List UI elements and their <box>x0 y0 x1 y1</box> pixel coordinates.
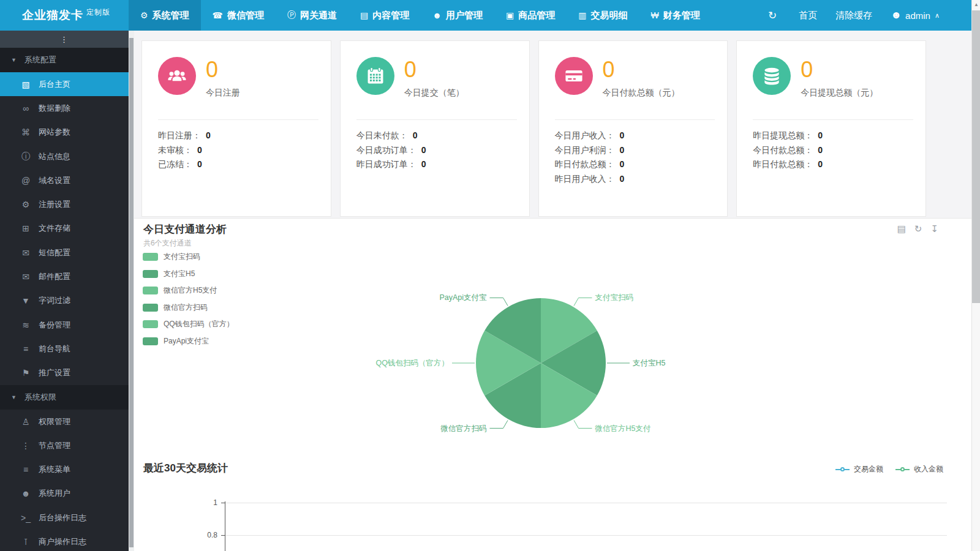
users-icon: ☻ <box>432 10 442 20</box>
main-content: 0今日注册昨日注册：0未审核：0已冻结：00今日提交（笔）今日未付款：0今日成功… <box>134 31 971 551</box>
sidebar-item-label: 网站参数 <box>39 127 70 138</box>
card-stat-row: 昨日用户收入：0 <box>555 172 715 187</box>
line-legend-item[interactable]: 交易金额 <box>835 464 883 474</box>
sidebar-section-system-permission[interactable]: ▼系统权限 <box>0 385 129 410</box>
stat-label: 昨日成功订单： <box>356 159 417 169</box>
sidebar-item-domain-settings[interactable]: @域名设置 <box>0 168 129 192</box>
stat-label: 昨日付款总额： <box>555 159 615 169</box>
sidebar-item-system-menu[interactable]: ≡系统菜单 <box>0 457 129 481</box>
gateway-p-icon: Ⓟ <box>287 10 296 21</box>
refresh-button[interactable]: ↻ <box>768 9 780 22</box>
pie-legend-item[interactable]: QQ钱包扫码（官方） <box>143 319 234 329</box>
sidebar-scrollbar[interactable] <box>129 31 134 551</box>
filter-icon: ▼ <box>19 296 32 305</box>
logo-badge: 定制版 <box>86 8 110 17</box>
terminal-icon: >_ <box>19 513 32 523</box>
card-stat-row: 昨日付款总额：0 <box>753 157 913 172</box>
sidebar-item-backend-op-log[interactable]: >_后台操作日志 <box>0 506 129 530</box>
nav-item-gateway[interactable]: Ⓟ网关通道 <box>276 0 349 31</box>
stat-value: 0 <box>197 145 202 155</box>
pie-legend-item[interactable]: 支付宝扫码 <box>143 252 234 262</box>
card-stat-row: 昨日注册：0 <box>158 129 318 143</box>
at-icon: @ <box>19 176 32 186</box>
sidebar-item-backup-manage[interactable]: ≋备份管理 <box>0 313 129 337</box>
sidebar-item-mail-config[interactable]: ✉邮件配置 <box>0 264 129 288</box>
refresh-icon[interactable]: ↻ <box>914 223 922 234</box>
sidebar-item-site-info[interactable]: ⓘ站点信息 <box>0 144 129 168</box>
sidebar-item-label: 商户操作日志 <box>39 536 86 547</box>
apple-icon: ⌘ <box>19 127 32 137</box>
stat-cards: 0今日注册昨日注册：0未审核：0已冻结：00今日提交（笔）今日未付款：0今日成功… <box>141 40 926 217</box>
sidebar-item-front-nav[interactable]: ≡前台导航 <box>0 337 129 361</box>
sidebar-item-node-manage[interactable]: ⋮节点管理 <box>0 433 129 457</box>
pie-legend-item[interactable]: 支付宝H5 <box>143 269 234 279</box>
data-view-icon[interactable]: ▤ <box>897 223 906 234</box>
nav-item-trade[interactable]: ▥交易明细 <box>567 0 639 31</box>
clear-cache-link-label: 清除缓存 <box>835 10 872 21</box>
app-logo[interactable]: 企业猫发卡定制版 <box>0 7 129 23</box>
card-numbers: 0今日提交（笔） <box>404 57 464 99</box>
stat-value: 0 <box>818 130 823 140</box>
nav-item-label: 财务管理 <box>663 10 700 21</box>
legend-label: 支付宝扫码 <box>164 252 200 262</box>
stat-value: 0 <box>206 130 211 140</box>
page-scrollbar[interactable]: ▲ <box>971 0 980 551</box>
sidebar-item-word-filter[interactable]: ▼字词过滤 <box>0 289 129 313</box>
sidebar-item-file-storage[interactable]: ⊞文件存储 <box>0 217 129 241</box>
sidebar-scrollbar-thumb[interactable] <box>129 38 134 547</box>
sidebar-item-sms-config[interactable]: ✉短信配置 <box>0 241 129 264</box>
legend-label: PayApi支付宝 <box>164 336 209 347</box>
log-icon: ⊺ <box>19 537 32 547</box>
nav-item-wechat[interactable]: ☎微信管理 <box>201 0 276 31</box>
card-stat-row: 已冻结：0 <box>158 157 318 172</box>
legend-swatch <box>143 270 158 278</box>
nav-item-finance[interactable]: ₩财务管理 <box>639 0 711 31</box>
nav-item-user[interactable]: ☻用户管理 <box>421 0 494 31</box>
legend-label: 支付宝H5 <box>164 269 195 279</box>
pie-legend-item[interactable]: 微信官方扫码 <box>143 302 234 313</box>
megaphone-icon: ⚑ <box>19 368 32 378</box>
gear-icon: ⚙ <box>140 10 148 20</box>
pie-slice-label: 微信官方H5支付 <box>595 424 651 433</box>
stat-label: 已冻结： <box>158 159 192 169</box>
sidebar-item-permission-manage[interactable]: ♙权限管理 <box>0 410 129 433</box>
nav-item-system[interactable]: ⚙系统管理 <box>129 0 201 31</box>
sidebar-item-site-params[interactable]: ⌘网站参数 <box>0 121 129 144</box>
home-link[interactable]: 首页 <box>799 10 817 21</box>
user-icon: ☻ <box>891 9 902 21</box>
sidebar-item-backend-home[interactable]: ▧后台主页 <box>0 72 129 96</box>
download-icon[interactable]: ↧ <box>930 223 938 234</box>
sidebar-toggle[interactable]: ⋮ <box>0 31 129 48</box>
sidebar-item-data-delete[interactable]: ∞数据删除 <box>0 96 129 120</box>
sidebar-item-register-settings[interactable]: ⚙注册设置 <box>0 192 129 216</box>
legend-label: 微信官方H5支付 <box>164 285 217 296</box>
user-menu[interactable]: ☻admin∧ <box>891 9 940 21</box>
page-scrollbar-thumb[interactable] <box>972 10 980 303</box>
scrollbar-up-arrow-icon[interactable]: ▲ <box>972 0 980 10</box>
nav-item-label: 用户管理 <box>446 10 483 21</box>
clear-cache-link[interactable]: 清除缓存 <box>835 10 872 21</box>
nav-item-goods[interactable]: ▣商品管理 <box>494 0 567 31</box>
stat-label: 今日用户利润： <box>555 145 615 155</box>
gridline-0-8 <box>225 535 947 536</box>
stat-value: 0 <box>620 159 625 169</box>
charts-panel: 今日支付通道分析 共6个支付通道 ▤↻↧ 支付宝扫码支付宝H5微信官方H5支付微… <box>134 218 971 551</box>
chart-toolbox: ▤↻↧ <box>897 223 938 234</box>
caret-down-icon: ▼ <box>11 394 17 400</box>
line-legend-item[interactable]: 收入金额 <box>895 464 943 474</box>
sidebar-section-system-config[interactable]: ▼系统配置 <box>0 48 129 72</box>
pie-legend-item[interactable]: PayApi支付宝 <box>143 336 234 347</box>
sidebar-item-system-user[interactable]: ☻系统用户 <box>0 482 129 506</box>
pie-legend-item[interactable]: 微信官方H5支付 <box>143 285 234 296</box>
sidebar-item-merchant-op-log[interactable]: ⊺商户操作日志 <box>0 530 129 551</box>
line-legend: 交易金额收入金额 <box>835 464 943 474</box>
sidebar-item-promotion-settings[interactable]: ⚑推广设置 <box>0 361 129 385</box>
legend-label: 收入金额 <box>914 464 943 474</box>
card-stat-row: 未审核：0 <box>158 143 318 158</box>
legend-line <box>904 469 910 470</box>
stat-value: 0 <box>197 159 202 169</box>
sidebar-item-label: 字词过滤 <box>39 295 70 306</box>
pie-legend: 支付宝扫码支付宝H5微信官方H5支付微信官方扫码QQ钱包扫码（官方）PayApi… <box>143 252 234 353</box>
y-tick-0-8 <box>221 535 225 536</box>
nav-item-content[interactable]: ▤内容管理 <box>349 0 421 31</box>
